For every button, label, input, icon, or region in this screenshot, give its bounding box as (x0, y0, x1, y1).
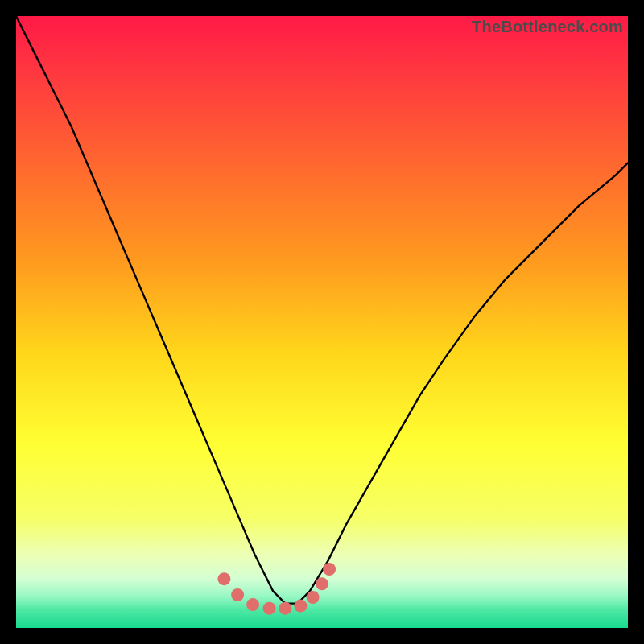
optimal-marker (263, 602, 276, 615)
optimal-zone-markers (217, 563, 336, 615)
watermark-text: TheBottleneck.com (472, 18, 623, 36)
optimal-marker (217, 572, 230, 585)
optimal-marker (294, 600, 307, 613)
chart-frame: TheBottleneck.com (0, 0, 644, 644)
optimal-marker (323, 563, 336, 576)
bottleneck-curve (16, 16, 628, 604)
optimal-marker (316, 577, 328, 590)
optimal-marker (279, 602, 291, 615)
plot-area (16, 16, 628, 628)
optimal-marker (246, 598, 259, 611)
optimal-marker (231, 588, 244, 601)
curve-layer (16, 16, 628, 628)
optimal-marker (307, 591, 320, 604)
